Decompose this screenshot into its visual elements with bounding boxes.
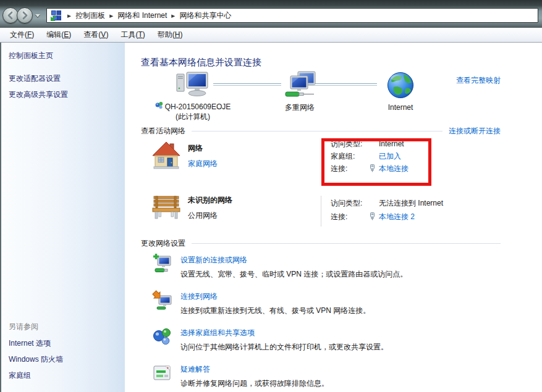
task-description: 设置无线、宽带、拨号、临时或 VPN 连接；或设置路由器或访问点。 (180, 269, 407, 279)
map-computer-name: QH-20150609EOJE (165, 102, 231, 112)
connect-network-icon (152, 290, 172, 310)
breadcrumb-item-control-panel[interactable]: 控制面板 (75, 10, 105, 21)
sidebar-item-control-panel-home[interactable]: 控制面板主页 (9, 51, 120, 60)
active-network-home: 网络 家庭网络 访问类型:Internet 家庭组:已加入 连接:本地连接 (141, 139, 501, 191)
map-node-this-computer: QH-20150609EOJE (此计算机) (137, 71, 248, 122)
menu-view[interactable]: 查看(V) (77, 28, 114, 42)
setup-new-connection-link[interactable]: 设置新的连接或网络 (180, 256, 247, 264)
map-node-multiple-networks: 多重网络 (266, 71, 334, 112)
homegroup-joined-link[interactable]: 已加入 (379, 152, 401, 161)
home-network-house-icon (151, 140, 182, 173)
forward-button[interactable] (17, 7, 33, 23)
homegroup-mini-icon (155, 101, 163, 112)
connect-disconnect-link[interactable]: 连接或断开连接 (449, 125, 501, 136)
troubleshoot-link[interactable]: 疑难解答 (180, 365, 210, 373)
map-node-internet: Internet (365, 71, 436, 112)
breadcrumb-item-network-sharing-center[interactable]: 网络和共享中心 (180, 10, 232, 21)
details-divider (321, 196, 321, 227)
public-network-category: 公用网络 (188, 211, 218, 221)
section-header-change-network-settings: 更改网络设置 (141, 238, 185, 249)
section-header-active-networks: 查看活动网络 (141, 125, 185, 136)
recent-pages-dropdown-icon[interactable] (35, 14, 40, 17)
active-network-unidentified: 未识别的网络 公用网络 访问类型:无法连接到 Internet 连接:本地连接 … (141, 191, 501, 235)
troubleshoot-icon (152, 363, 172, 383)
section-rule (192, 131, 442, 131)
sidebar-item-change-advanced-sharing[interactable]: 更改高级共享设置 (9, 90, 120, 99)
title-bar: ▶ 控制面板 ▶ 网络和 Internet ▶ 网络和共享中心 (0, 0, 542, 28)
section-rule (192, 243, 501, 244)
computer-icon (176, 71, 210, 100)
local-connection-link[interactable]: 本地连接 (379, 164, 409, 173)
breadcrumb-separator-icon: ▶ (105, 13, 117, 18)
task-description: 访问位于其他网络计算机上的文件和打印机，或更改共享设置。 (180, 342, 388, 352)
connect-to-network-link[interactable]: 连接到网络 (180, 292, 218, 301)
map-computer-subtitle: (此计算机) (137, 112, 248, 122)
network-name: 网络 (188, 143, 218, 153)
page-title: 查看基本网络信息并设置连接 (141, 56, 501, 69)
local-connection-2-link[interactable]: 本地连接 2 (379, 212, 415, 221)
see-also-header: 另请参阅 (9, 322, 120, 332)
menu-help[interactable]: 帮助(H) (151, 28, 189, 42)
sidebar-item-homegroup[interactable]: 家庭组 (9, 371, 120, 380)
arrow-left-icon (6, 11, 15, 20)
access-type-value: 无法连接到 Internet (379, 199, 443, 207)
main-content: 查看基本网络信息并设置连接 (125, 43, 542, 392)
breadcrumb-separator-icon: ▶ (63, 13, 75, 18)
sidebar-item-windows-firewall[interactable]: Windows 防火墙 (9, 355, 120, 364)
arrow-right-icon (20, 11, 29, 20)
menu-edit[interactable]: 编辑(E) (40, 28, 77, 42)
menu-bar: 文件(F) 编辑(E) 查看(V) 工具(T) 帮助(H) (0, 28, 542, 43)
access-type-value: Internet (379, 140, 404, 148)
home-network-category-link[interactable]: 家庭网络 (188, 159, 218, 169)
task-troubleshoot: 疑难解答 诊断并修复网络问题，或获得故障排除信息。 (152, 363, 501, 388)
access-type-label: 访问类型: (331, 140, 379, 149)
sidebar-item-internet-options[interactable]: Internet 选项 (9, 339, 120, 348)
homegroup-label: 家庭组: (331, 152, 379, 161)
task-setup-new-connection: 设置新的连接或网络 设置无线、宽带、拨号、临时或 VPN 连接；或设置路由器或访… (152, 254, 501, 279)
homegroup-icon (152, 327, 172, 346)
navigation-buttons (2, 7, 43, 23)
map-internet-label: Internet (388, 102, 413, 112)
network-center-icon (51, 10, 62, 21)
internet-globe-icon (386, 71, 415, 101)
sidebar-item-change-adapter-settings[interactable]: 更改适配器设置 (9, 74, 120, 83)
ethernet-plug-icon (368, 212, 376, 223)
address-bar[interactable]: ▶ 控制面板 ▶ 网络和 Internet ▶ 网络和共享中心 (46, 8, 538, 23)
map-multiple-networks-label: 多重网络 (285, 102, 315, 112)
ethernet-plug-icon (368, 164, 376, 175)
task-connect-to-network: 连接到网络 连接到或重新连接到无线、有线、拨号或 VPN 网络连接。 (152, 290, 501, 315)
task-description: 诊断并修复网络问题，或获得故障排除信息。 (180, 378, 329, 388)
task-description: 连接到或重新连接到无线、有线、拨号或 VPN 网络连接。 (180, 306, 370, 315)
network-map: QH-20150609EOJE (此计算机) (141, 71, 501, 123)
breadcrumb-item-network-internet[interactable]: 网络和 Internet (117, 10, 167, 21)
multiple-networks-icon (283, 71, 316, 101)
choose-homegroup-link[interactable]: 选择家庭组和共享选项 (180, 328, 255, 337)
menu-tools[interactable]: 工具(T) (114, 28, 151, 42)
network-name: 未识别的网络 (188, 195, 232, 205)
task-choose-homegroup: 选择家庭组和共享选项 访问位于其他网络计算机上的文件和打印机，或更改共享设置。 (152, 327, 501, 352)
public-network-bench-icon (151, 192, 182, 223)
sidebar: 控制面板主页 更改适配器设置 更改高级共享设置 另请参阅 Internet 选项… (1, 43, 125, 392)
menu-file[interactable]: 文件(F) (4, 28, 40, 42)
breadcrumb-separator-icon: ▶ (167, 13, 179, 18)
view-full-map-link[interactable]: 查看完整映射 (456, 75, 501, 86)
network-sharing-center-window: ▶ 控制面板 ▶ 网络和 Internet ▶ 网络和共享中心 文件(F) 编辑… (0, 0, 542, 392)
access-type-label: 访问类型: (331, 199, 379, 208)
new-connection-icon (152, 254, 172, 273)
